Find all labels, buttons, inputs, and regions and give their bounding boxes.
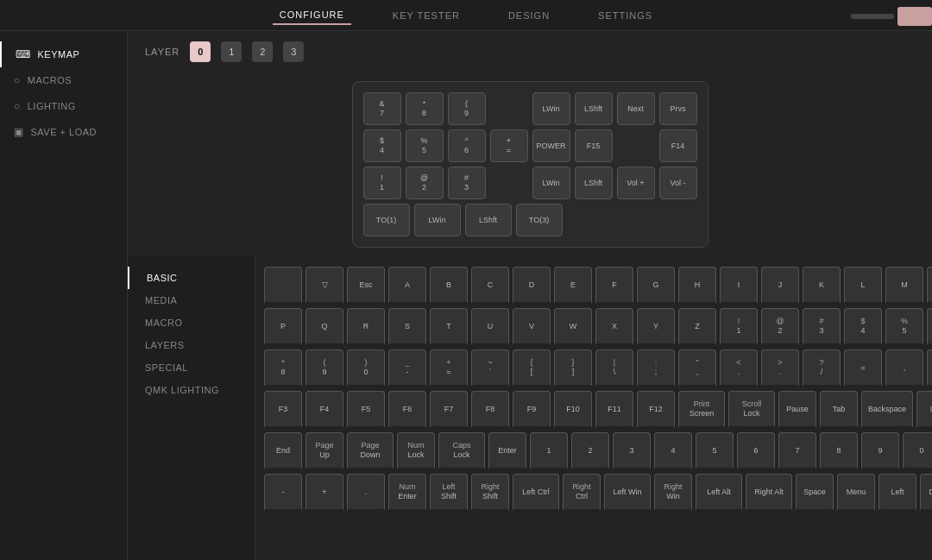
- kb-sidebar-media[interactable]: MEDIA: [128, 289, 255, 311]
- key-r2-c8[interactable]: |\: [595, 349, 633, 387]
- key-r5-c13[interactable]: Menu: [837, 474, 875, 512]
- key-r5-c1[interactable]: +: [305, 474, 343, 512]
- macro-key-plus-eq[interactable]: +=: [490, 129, 528, 162]
- key-r4-c13[interactable]: 8: [820, 432, 858, 470]
- macro-key-at2[interactable]: @2: [406, 167, 444, 199]
- key-r4-c11[interactable]: 6: [737, 432, 775, 470]
- key-r1-c4[interactable]: T: [430, 308, 468, 346]
- key-r1-c10[interactable]: Z: [678, 308, 716, 346]
- layer-btn-1[interactable]: 1: [221, 41, 242, 62]
- key-r5-c5[interactable]: RightShift: [471, 474, 509, 512]
- key-r1-c14[interactable]: $4: [844, 308, 882, 346]
- macro-key-prvs[interactable]: Prvs: [659, 92, 697, 125]
- macro-key-lwin3[interactable]: LWin: [532, 167, 570, 199]
- key-r0-c4[interactable]: B: [430, 267, 468, 305]
- key-r5-c12[interactable]: Space: [796, 474, 834, 512]
- sidebar-item-keymap[interactable]: ⌨ KEYMAP: [0, 41, 127, 67]
- key-r2-c4[interactable]: +=: [430, 349, 468, 387]
- key-r5-c2[interactable]: .: [347, 474, 385, 512]
- key-r5-c7[interactable]: RightCtrl: [563, 474, 601, 512]
- key-r4-c10[interactable]: 5: [696, 432, 734, 470]
- key-r4-c15[interactable]: 0: [903, 432, 932, 470]
- key-r3-c9[interactable]: F12: [637, 391, 675, 429]
- key-r1-c11[interactable]: !1: [720, 308, 758, 346]
- key-r2-c16[interactable]: F1: [927, 349, 932, 387]
- kb-sidebar-macro[interactable]: MACRO: [128, 311, 255, 334]
- macro-key-lwin4[interactable]: LWin: [414, 204, 461, 236]
- key-r1-c8[interactable]: X: [595, 308, 633, 346]
- key-r3-c2[interactable]: F5: [347, 391, 385, 429]
- key-r4-c12[interactable]: 7: [778, 432, 816, 470]
- key-r3-c5[interactable]: F8: [471, 391, 509, 429]
- key-r3-c4[interactable]: F7: [430, 391, 468, 429]
- key-r3-c7[interactable]: F10: [554, 391, 592, 429]
- key-r4-c14[interactable]: 9: [861, 432, 899, 470]
- key-r1-c6[interactable]: V: [513, 308, 551, 346]
- macro-key-power[interactable]: POWER: [532, 129, 570, 162]
- key-r1-c12[interactable]: @2: [761, 308, 799, 346]
- kb-sidebar-basic[interactable]: BASIC: [128, 267, 255, 289]
- key-r5-c11[interactable]: Right Alt: [746, 474, 792, 512]
- key-r4-c9[interactable]: 4: [654, 432, 692, 470]
- key-r3-c14[interactable]: Backspace: [861, 391, 913, 429]
- macro-key-pct5[interactable]: %5: [406, 129, 444, 162]
- sidebar-item-lighting[interactable]: ○ LIGHTING: [0, 93, 127, 119]
- key-r2-c12[interactable]: >.: [761, 349, 799, 387]
- key-r4-c1[interactable]: PageUp: [305, 432, 343, 470]
- key-r5-c9[interactable]: RightWin: [654, 474, 692, 512]
- macro-key-amp7[interactable]: &7: [363, 92, 401, 125]
- key-r0-c3[interactable]: A: [388, 267, 426, 305]
- key-r5-c8[interactable]: Left Win: [604, 474, 651, 512]
- kb-sidebar-special[interactable]: SPECIAL: [128, 356, 255, 379]
- macro-key-bang1[interactable]: !1: [363, 167, 401, 199]
- key-r2-c9[interactable]: :;: [637, 349, 675, 387]
- key-r1-c5[interactable]: U: [471, 308, 509, 346]
- key-r4-c8[interactable]: 3: [613, 432, 651, 470]
- key-r2-c0[interactable]: *8: [264, 349, 302, 387]
- sidebar-item-save-load[interactable]: ▣ SAVE + LOAD: [0, 119, 127, 145]
- key-r5-c14[interactable]: Left: [878, 474, 916, 512]
- key-r4-c6[interactable]: 1: [530, 432, 568, 470]
- key-r5-c10[interactable]: Left Alt: [696, 474, 742, 512]
- key-r5-c3[interactable]: NumEnter: [388, 474, 426, 512]
- key-r0-c2[interactable]: Esc: [347, 267, 385, 305]
- kb-sidebar-qmk-lighting[interactable]: QMK LIGHTING: [128, 379, 255, 401]
- nav-settings[interactable]: SETTINGS: [591, 7, 659, 24]
- color-block[interactable]: [897, 7, 932, 26]
- key-r0-c16[interactable]: N: [927, 267, 932, 305]
- key-r2-c3[interactable]: _-: [388, 349, 426, 387]
- key-r0-c10[interactable]: H: [678, 267, 716, 305]
- key-r1-c1[interactable]: Q: [305, 308, 343, 346]
- macro-key-lshft3[interactable]: LShft: [575, 167, 613, 199]
- macro-key-lshft4[interactable]: LShft: [465, 204, 512, 236]
- key-r2-c5[interactable]: ~`: [471, 349, 509, 387]
- key-r3-c0[interactable]: F3: [264, 391, 302, 429]
- macro-key-lwin1[interactable]: LWin: [532, 92, 570, 125]
- key-r4-c0[interactable]: End: [264, 432, 302, 470]
- key-r1-c15[interactable]: %5: [885, 308, 923, 346]
- macro-key-to1[interactable]: TO(1): [363, 204, 410, 236]
- key-r1-c0[interactable]: P: [264, 308, 302, 346]
- key-r0-c1[interactable]: ▽: [305, 267, 343, 305]
- key-r2-c10[interactable]: ",: [678, 349, 716, 387]
- key-r0-c8[interactable]: F: [595, 267, 633, 305]
- key-r3-c11[interactable]: ScrollLock: [728, 391, 775, 429]
- key-r1-c9[interactable]: Y: [637, 308, 675, 346]
- key-r0-c5[interactable]: C: [471, 267, 509, 305]
- macro-key-paren9[interactable]: (9: [448, 92, 486, 125]
- key-r1-c7[interactable]: W: [554, 308, 592, 346]
- key-r3-c1[interactable]: F4: [305, 391, 343, 429]
- key-r4-c4[interactable]: CapsLock: [438, 432, 485, 470]
- key-r3-c8[interactable]: F11: [595, 391, 633, 429]
- macro-key-f14[interactable]: F14: [659, 129, 697, 162]
- layer-btn-2[interactable]: 2: [252, 41, 273, 62]
- key-r0-c15[interactable]: M: [885, 267, 923, 305]
- key-r5-c6[interactable]: Left Ctrl: [513, 474, 559, 512]
- macro-key-dollar4[interactable]: $4: [363, 129, 401, 162]
- macro-key-star8[interactable]: *8: [406, 92, 444, 125]
- key-r0-c13[interactable]: K: [803, 267, 841, 305]
- key-r1-c16[interactable]: ^6: [927, 308, 932, 346]
- key-r2-c13[interactable]: ?/: [803, 349, 841, 387]
- key-r5-c15[interactable]: Down: [920, 474, 932, 512]
- key-r3-c6[interactable]: F9: [513, 391, 551, 429]
